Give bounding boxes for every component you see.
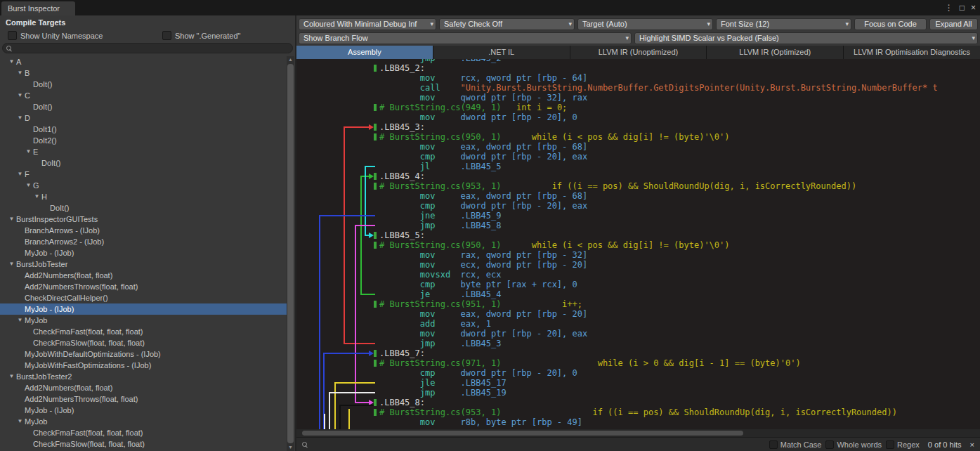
search-close-icon[interactable]: ×	[970, 440, 974, 449]
code-line: .LBB45_3:	[296, 122, 980, 132]
menu-icon[interactable]: ⋮	[945, 3, 953, 13]
tree-item[interactable]: CheckDirectCallHelper()	[0, 292, 287, 303]
tree-item-label: DoIt()	[33, 101, 53, 112]
tree-item[interactable]: ▼MyJob	[0, 416, 287, 427]
tree-item[interactable]: ▼A	[0, 56, 287, 67]
scroll-up-icon[interactable]: ▲	[287, 56, 294, 63]
tree-item[interactable]: CheckFmaSlow(float, float, float)	[0, 337, 287, 348]
foldout-icon[interactable]: ▼	[32, 191, 41, 202]
tree-item[interactable]: ▼D	[0, 112, 287, 124]
output-tabs: Assembly .NET IL LLVM IR (Unoptimized) L…	[296, 46, 980, 59]
tree-item[interactable]: Add2Numbers(float, float)	[0, 270, 287, 281]
tree-item[interactable]: DoIt2()	[0, 135, 287, 146]
close-icon[interactable]: ×	[971, 3, 976, 13]
match-case-checkbox[interactable]	[769, 440, 778, 449]
show-unity-namespace-option: Show Unity Namespace	[8, 31, 103, 40]
tree-item[interactable]: ▼F	[0, 169, 287, 180]
tree-item[interactable]: Add2Numbers(float, float)	[0, 382, 287, 393]
tree-item-label: BranchArrows - (IJob)	[25, 225, 100, 236]
font-size-dropdown[interactable]: Font Size (12) ▾	[716, 18, 851, 30]
focus-on-code-button[interactable]: Focus on Code	[854, 18, 927, 30]
tree-item[interactable]: CheckFmaFast(float, float, float)	[0, 326, 287, 337]
tree-item[interactable]: ▼C	[0, 90, 287, 101]
tree-item[interactable]: ▼BurstInspectorGUITests	[0, 214, 287, 225]
foldout-icon[interactable]: ▼	[15, 112, 25, 124]
tree-item-label: Add2Numbers(float, float)	[25, 270, 112, 281]
safety-check-dropdown[interactable]: Safety Check Off ▾	[439, 18, 575, 30]
tree-item-label: H	[41, 191, 47, 202]
horizontal-scrollbar-thumb[interactable]	[302, 431, 743, 436]
tree-item[interactable]: MyJob - (IJob)	[0, 405, 287, 416]
tree-item[interactable]: ▼G	[0, 180, 287, 191]
tree-item[interactable]: MyJob - (IJob)	[0, 247, 287, 259]
code-search-input[interactable]	[312, 440, 765, 449]
tree-item[interactable]: ▼BurstJobTester	[0, 259, 287, 270]
tree-item-label: CheckFmaFast(float, float, float)	[33, 326, 143, 337]
source-line-marker-icon	[374, 399, 377, 406]
debug-information-dropdown[interactable]: Coloured With Minimal Debug Inf ▾	[299, 18, 436, 30]
tab-llvm-ir-optimized[interactable]: LLVM IR (Optimized)	[707, 46, 843, 59]
tree-item[interactable]: MyJob - (IJob)	[0, 303, 287, 315]
targets-search-field[interactable]	[2, 43, 293, 53]
foldout-icon[interactable]: ▼	[15, 169, 25, 180]
tree-item[interactable]: CheckFmaFast(float, float, float)	[0, 427, 287, 438]
window-tab[interactable]: Burst Inspector	[1, 1, 75, 15]
maximize-icon[interactable]: □	[960, 3, 965, 13]
tree-item[interactable]: Add2NumbersThrows(float, float)	[0, 281, 287, 292]
tree-item[interactable]: MyJobWithDefaultOptimizations - (IJob)	[0, 348, 287, 360]
tree-item[interactable]: ▼E	[0, 146, 287, 157]
simd-highlight-dropdown[interactable]: Highlight SIMD Scalar vs Packed (False) …	[634, 32, 978, 44]
tree-scrollbar[interactable]: ▲ ▼	[287, 56, 294, 451]
expand-all-button[interactable]: Expand All	[929, 18, 978, 30]
horizontal-scrollbar[interactable]	[296, 429, 980, 437]
tree-item[interactable]: ▼BurstJobTester2	[0, 371, 287, 382]
tree-item[interactable]: ▼MyJob	[0, 315, 287, 326]
tree-item[interactable]: ▼H	[0, 191, 287, 202]
code-line: .LBB45_2:	[296, 63, 980, 73]
tree-item[interactable]: DoIt()	[0, 202, 287, 214]
foldout-icon[interactable]: ▼	[7, 259, 16, 270]
code-line: mov rcx, qword ptr [rbp - 64]	[296, 73, 980, 83]
foldout-icon[interactable]: ▼	[7, 214, 16, 225]
whole-words-checkbox[interactable]	[825, 440, 834, 449]
tree-scrollbar-thumb[interactable]	[287, 64, 294, 443]
tree-item[interactable]: BranchArrows2 - (IJob)	[0, 236, 287, 247]
show-unity-namespace-checkbox[interactable]	[8, 31, 17, 40]
target-dropdown-value: Target (Auto)	[582, 20, 627, 28]
tree-item[interactable]: DoIt()	[0, 101, 287, 112]
tab-llvm-ir-unoptimized[interactable]: LLVM IR (Unoptimized)	[570, 46, 707, 59]
tree-item-label: F	[25, 169, 30, 180]
regex-checkbox[interactable]	[886, 440, 894, 449]
show-generated-checkbox[interactable]	[162, 31, 171, 40]
source-line-marker-icon	[374, 173, 377, 180]
tree-item[interactable]: DoIt()	[0, 157, 287, 169]
foldout-icon[interactable]: ▼	[15, 315, 25, 326]
foldout-icon[interactable]: ▼	[24, 146, 33, 157]
branch-flow-dropdown[interactable]: Show Branch Flow ▾	[299, 32, 632, 44]
foldout-icon[interactable]: ▼	[15, 67, 25, 79]
tree-item[interactable]: Add2NumbersThrows(float, float)	[0, 393, 287, 405]
targets-search-input[interactable]	[12, 44, 292, 53]
tree-item[interactable]: CheckFmaSlow(float, float, float)	[0, 438, 287, 450]
target-dropdown[interactable]: Target (Auto) ▾	[577, 18, 713, 30]
tree-item-label: BurstInspectorGUITests	[16, 214, 98, 225]
foldout-icon[interactable]: ▼	[15, 416, 25, 427]
foldout-icon[interactable]: ▼	[7, 371, 16, 382]
foldout-icon[interactable]: ▼	[24, 180, 33, 191]
code-line: # BurstString.cs(953, 1) if ((i == pos) …	[296, 181, 980, 191]
tab-net-il[interactable]: .NET IL	[433, 46, 570, 59]
chevron-down-icon: ▾	[707, 19, 710, 29]
code-line: jle .LBB45_17	[296, 378, 980, 388]
tree-item[interactable]: ▼B	[0, 67, 287, 79]
foldout-icon[interactable]: ▼	[7, 56, 16, 67]
scroll-down-icon[interactable]: ▼	[287, 444, 294, 451]
code-line: # BurstString.cs(953, 1) if ((i == pos) …	[296, 407, 980, 417]
tree-item[interactable]: DoIt1()	[0, 124, 287, 135]
assembly-code-view[interactable]: jmp .LBB45_2.LBB45_2: mov rcx, qword ptr…	[296, 59, 980, 429]
tree-item[interactable]: MyJobWithFastOptimizations - (IJob)	[0, 360, 287, 371]
tab-assembly[interactable]: Assembly	[296, 46, 433, 59]
tree-item[interactable]: DoIt()	[0, 79, 287, 90]
tab-llvm-ir-diagnostics[interactable]: LLVM IR Optimisation Diagnostics	[844, 46, 980, 59]
foldout-icon[interactable]: ▼	[15, 90, 25, 101]
tree-item[interactable]: BranchArrows - (IJob)	[0, 225, 287, 236]
